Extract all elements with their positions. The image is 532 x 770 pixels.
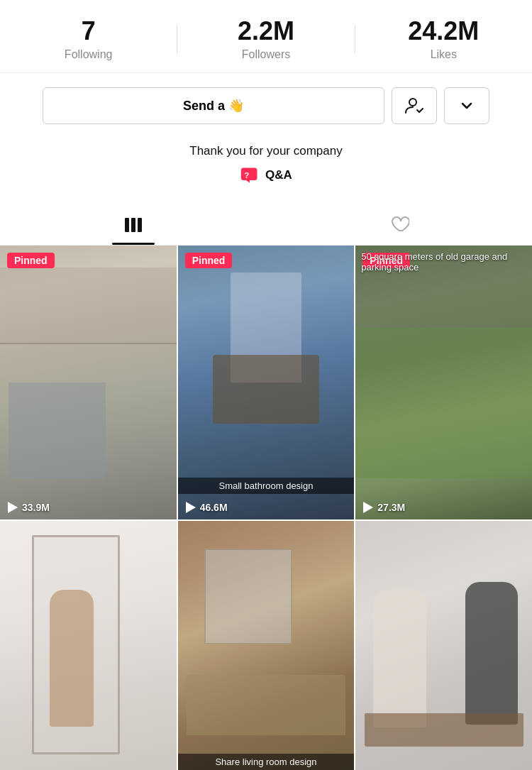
video-caption-2: Small bathroom design [178, 478, 355, 494]
follow-button[interactable] [392, 87, 437, 124]
play-icon-1 [6, 501, 18, 514]
view-count-3: 27.3M [377, 502, 405, 513]
more-button[interactable] [444, 87, 489, 124]
bio-section: Thank you for your company ? Q&A [0, 138, 532, 199]
svg-marker-9 [363, 502, 373, 513]
likes-count: 24.2M [408, 17, 479, 45]
video-grid: Pinned 33.9M Pinned Small bathroom desig… [0, 246, 532, 770]
qa-label: Q&A [265, 168, 292, 182]
stat-following[interactable]: 7 Following [0, 17, 177, 61]
video-cell-5[interactable]: Share living room design [178, 521, 355, 770]
video-meta-2: 46.6M [184, 501, 228, 514]
stat-likes[interactable]: 24.2M Likes [355, 17, 532, 61]
tab-liked[interactable] [266, 205, 532, 245]
qa-icon: ? [240, 165, 260, 185]
video-cell-3[interactable]: Pinned 50 square meters of old garage an… [355, 246, 532, 520]
videos-tab-icon [123, 215, 143, 235]
tab-videos[interactable] [0, 205, 266, 245]
chevron-down-icon [460, 99, 474, 113]
pinned-badge-1: Pinned [7, 253, 55, 268]
stats-row: 7 Following 2.2M Followers 24.2M Likes [0, 0, 532, 73]
svg-marker-3 [246, 180, 250, 183]
qa-badge[interactable]: ? Q&A [240, 165, 292, 185]
svg-rect-1 [241, 167, 257, 180]
followers-count: 2.2M [238, 17, 294, 45]
svg-rect-5 [131, 218, 135, 232]
follow-icon [404, 96, 424, 116]
tabs-row [0, 205, 532, 246]
view-count-2: 46.6M [200, 502, 228, 513]
liked-tab-icon [389, 215, 409, 235]
view-count-1: 33.9M [22, 502, 50, 513]
video-cell-2[interactable]: Pinned Small bathroom design 46.6M [178, 246, 355, 520]
svg-marker-7 [8, 502, 18, 513]
pinned-badge-2: Pinned [185, 253, 233, 268]
followers-label: Followers [242, 48, 290, 61]
video-caption-5: Share living room design [178, 754, 355, 770]
video-cell-4[interactable]: 49.7K [0, 521, 177, 770]
svg-point-0 [409, 99, 416, 106]
send-label: Send a 👋 [183, 98, 244, 114]
video-cell-6[interactable]: 7430 beijingchuhai.com [355, 521, 532, 770]
svg-rect-4 [125, 218, 129, 232]
stat-followers[interactable]: 2.2M Followers [177, 17, 354, 61]
send-button[interactable]: Send a 👋 [43, 87, 384, 124]
bio-text: Thank you for your company [28, 144, 504, 158]
svg-marker-8 [186, 502, 196, 513]
svg-rect-6 [138, 218, 142, 232]
svg-text:?: ? [244, 170, 249, 179]
video-cell-1[interactable]: Pinned 33.9M [0, 246, 177, 520]
video-top-text-3: 50 square meters of old garage and parki… [355, 251, 532, 273]
following-label: Following [65, 48, 113, 61]
play-icon-2 [184, 501, 196, 514]
play-icon-3 [361, 501, 374, 514]
video-meta-3: 27.3M [361, 501, 405, 514]
likes-label: Likes [431, 48, 457, 61]
video-meta-1: 33.9M [6, 501, 50, 514]
following-count: 7 [82, 17, 96, 45]
action-row: Send a 👋 [0, 73, 532, 138]
